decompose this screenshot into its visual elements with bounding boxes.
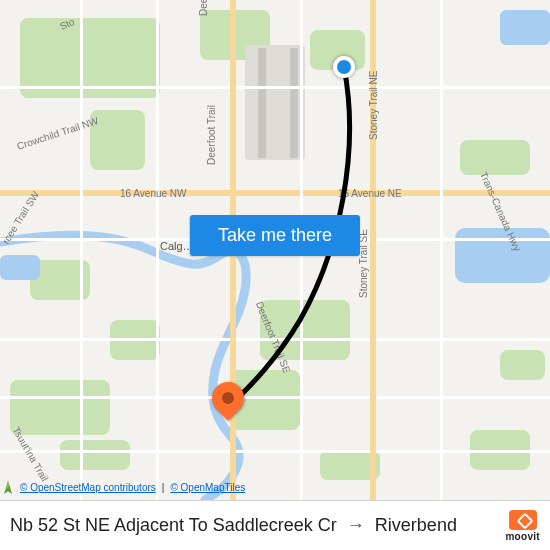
separator: | — [162, 482, 165, 493]
park-area — [260, 300, 350, 360]
water-body — [455, 228, 550, 283]
destination-marker-icon[interactable] — [212, 382, 244, 414]
origin-label: Nb 52 St NE Adjacent To Saddlecreek Cr — [10, 515, 337, 536]
park-area — [10, 380, 110, 435]
road — [440, 0, 443, 550]
moovit-name: moovit — [505, 532, 540, 542]
runway — [290, 48, 298, 158]
highway — [230, 0, 236, 550]
osm-attribution-link[interactable]: © OpenStreetMap contributors — [20, 482, 156, 493]
route-summary: Nb 52 St NE Adjacent To Saddlecreek Cr →… — [10, 515, 495, 536]
moovit-mark-icon — [509, 510, 537, 530]
road — [156, 0, 159, 550]
arrow-right-icon: → — [347, 515, 365, 536]
openmaptiles-attribution-link[interactable]: © OpenMapTiles — [170, 482, 245, 493]
park-area — [460, 140, 530, 175]
leaflet-icon — [4, 480, 12, 494]
road — [80, 0, 83, 550]
bottom-bar: Nb 52 St NE Adjacent To Saddlecreek Cr →… — [0, 500, 550, 550]
runway — [258, 48, 266, 158]
park-area — [90, 110, 145, 170]
road — [300, 0, 303, 550]
map-surface[interactable]: Crowchild Trail NW 16 Avenue NW 16 Avenu… — [0, 0, 550, 550]
highway — [370, 0, 376, 550]
destination-label: Riverbend — [375, 515, 457, 536]
water-body — [0, 255, 40, 280]
map-attribution: © OpenStreetMap contributors | © OpenMap… — [4, 480, 245, 494]
water-body — [500, 10, 550, 45]
take-me-there-button[interactable]: Take me there — [190, 215, 360, 256]
map-container: Crowchild Trail NW 16 Avenue NW 16 Avenu… — [0, 0, 550, 550]
moovit-logo[interactable]: moovit — [505, 510, 540, 542]
park-area — [500, 350, 545, 380]
park-area — [60, 440, 130, 470]
origin-marker-icon[interactable] — [333, 56, 355, 78]
